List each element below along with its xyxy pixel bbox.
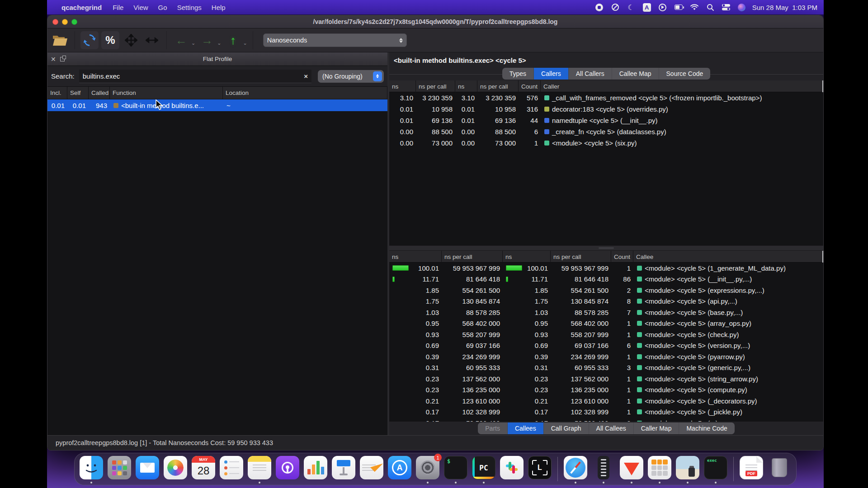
dock-item-calendar[interactable]: MAY28 (191, 456, 216, 482)
siri-icon[interactable] (738, 3, 746, 11)
table-row[interactable]: 0.0169 1360.0169 13644namedtuple <cycle … (389, 115, 823, 126)
callers-col-header-0[interactable]: ns (389, 80, 416, 93)
battery-charging-icon[interactable] (675, 3, 683, 11)
flat-profile-selected-row[interactable]: 0.01 0.01 943 <built-in method builtins.… (47, 99, 387, 111)
callees-col-header-0[interactable]: ns (389, 251, 442, 263)
event-type-select[interactable]: Nanoseconds (263, 33, 407, 47)
dock-item-exec-terminal[interactable]: exec (703, 456, 728, 482)
tab-machine-code[interactable]: Machine Code (679, 422, 734, 434)
wifi-icon[interactable] (690, 3, 698, 11)
menu-settings[interactable]: Settings (177, 4, 202, 11)
forward-button[interactable]: → (198, 31, 216, 49)
dock-item-finder[interactable] (79, 456, 104, 482)
col-header-4[interactable]: Location (223, 87, 387, 99)
dock-item-slack[interactable] (500, 456, 524, 482)
dock-item-preview-photo[interactable] (675, 456, 700, 482)
window-titlebar[interactable]: /var/folders/7s/ky4s2c2d27j7x8tsg1045qdw… (47, 15, 823, 28)
control-center-icon[interactable] (722, 3, 730, 11)
back-history-chevron-icon[interactable]: ⌄ (191, 40, 195, 46)
dock-item-terminal[interactable]: $ (443, 456, 468, 482)
up-history-chevron-icon[interactable]: ⌄ (243, 40, 247, 46)
move-tool-button[interactable] (122, 31, 140, 49)
col-header-2[interactable]: Called (89, 87, 110, 99)
dock-item-podcasts[interactable] (275, 456, 300, 482)
tab-callees[interactable]: Callees (508, 422, 544, 434)
callees-col-header-4[interactable]: Count (611, 251, 633, 263)
dock-item-pages[interactable] (359, 456, 384, 482)
dock-item-photos[interactable] (163, 456, 188, 482)
menu-file[interactable]: File (113, 4, 123, 11)
callees-col-header-2[interactable]: ns (503, 251, 551, 263)
tab-caller-map[interactable]: Caller Map (634, 422, 679, 434)
table-row[interactable]: 0.3160 955 3330.3160 955 3333<module> <c… (389, 362, 823, 374)
dock-item-audio-levels[interactable] (591, 456, 616, 482)
search-input[interactable]: builtins.exec × (79, 70, 311, 83)
callers-col-header-3[interactable]: ns per call (477, 80, 519, 93)
grouping-select[interactable]: (No Grouping) (318, 70, 384, 83)
menubar-clock[interactable]: Sun 28 May 1:03 PM (752, 4, 817, 11)
dock-item-brave[interactable] (619, 456, 644, 482)
table-row[interactable]: 0.95568 402 0000.95568 402 0001<module> … (389, 318, 823, 329)
table-row[interactable]: 11.7181 646 41811.7181 646 41886<module>… (389, 274, 823, 285)
table-row[interactable]: 0.0110 9580.0110 958316decorator:183 <cy… (389, 103, 823, 115)
panel-close-icon[interactable]: ✕ (51, 56, 56, 62)
callers-col-header-2[interactable]: ns (455, 80, 477, 93)
table-row[interactable]: 0.6969 037 1660.6969 037 1666<module> <c… (389, 340, 823, 352)
reload-button[interactable] (80, 31, 99, 49)
tab-types[interactable]: Types (502, 68, 534, 80)
dock-item-safari[interactable] (563, 456, 588, 482)
col-header-1[interactable]: Self (67, 87, 89, 99)
dock-item-app-store[interactable]: A (387, 456, 412, 482)
relative-percent-button[interactable]: % (101, 31, 119, 49)
open-file-button[interactable] (51, 31, 69, 49)
dock-item-notes[interactable] (247, 456, 272, 482)
up-button[interactable]: ↑ (224, 31, 242, 49)
table-row[interactable]: 0.0088 5000.0088 5006_create_fn <cycle 5… (389, 126, 823, 137)
table-splitter-horizontal[interactable] (389, 245, 823, 251)
tab-all-callees[interactable]: All Callees (589, 422, 634, 434)
input-source-a-icon[interactable]: A (643, 3, 651, 11)
dock-item-mail[interactable] (135, 456, 160, 482)
table-row[interactable]: 1.75130 845 8741.75130 845 8748<module> … (389, 296, 823, 307)
table-row[interactable]: 3.103 230 3593.103 230 359576_call_with_… (389, 92, 823, 103)
table-row[interactable]: 0.0073 0000.0073 0001<module> <cycle 5> … (389, 137, 823, 149)
col-header-3[interactable]: Function (110, 87, 223, 99)
dock-item-pycharm[interactable]: PC (472, 456, 496, 482)
col-header-0[interactable]: Incl. (47, 87, 67, 99)
dark-mode-moon-icon[interactable]: ☾ (627, 3, 635, 11)
table-row[interactable]: 0.23137 562 0000.23137 562 0001<module> … (389, 373, 823, 385)
resize-tool-button[interactable] (143, 31, 161, 49)
table-row[interactable]: 0.39234 269 9990.39234 269 9991<module> … (389, 351, 823, 362)
dock-item-keynote[interactable] (331, 456, 356, 482)
table-row[interactable]: 1.0388 578 2851.0388 578 2857<module> <c… (389, 307, 823, 318)
tab-callers[interactable]: Callers (534, 68, 569, 80)
tab-source-code[interactable]: Source Code (659, 68, 711, 80)
spotlight-search-icon[interactable] (706, 3, 714, 11)
menu-go[interactable]: Go (158, 4, 167, 11)
tab-all-callers[interactable]: All Callers (569, 68, 612, 80)
screen-record-stop-icon[interactable] (595, 3, 604, 11)
dock-item-screen-capture[interactable]: L (528, 456, 552, 482)
callers-col-header-4[interactable]: Count (519, 80, 541, 93)
dock-item-system-settings[interactable]: 1 (415, 456, 440, 482)
dock-item-trash[interactable] (767, 456, 792, 482)
tab-call-graph[interactable]: Call Graph (544, 422, 589, 434)
tab-callee-map[interactable]: Callee Map (612, 68, 659, 80)
callees-col-header-1[interactable]: ns per call (442, 251, 503, 263)
table-row[interactable]: 100.0159 953 967 999100.0159 953 967 999… (389, 263, 823, 274)
table-row[interactable]: 0.21123 610 0000.21123 610 0001<module> … (389, 395, 823, 407)
callers-col-header-1[interactable]: ns per call (416, 80, 455, 93)
callees-col-header-3[interactable]: ns per call (551, 251, 611, 263)
tab-parts[interactable]: Parts (478, 422, 508, 434)
table-row[interactable]: 0.23136 235 0000.23136 235 0001<module> … (389, 385, 823, 396)
table-row[interactable]: 0.93558 207 9990.93558 207 9991<module> … (389, 329, 823, 340)
forward-history-chevron-icon[interactable]: ⌄ (217, 40, 221, 46)
table-row[interactable]: 0.1758 583 4990.1758 583 4992<module> <c… (389, 418, 823, 422)
search-clear-icon[interactable]: × (304, 72, 308, 80)
dock-item-pdf-document[interactable]: PDF (739, 456, 764, 482)
do-not-disturb-icon[interactable] (611, 3, 619, 11)
dock-item-calculator[interactable] (647, 456, 672, 482)
play-circle-icon[interactable] (659, 3, 667, 11)
menu-view[interactable]: View (133, 4, 148, 11)
callees-col-header-5[interactable]: Callee (633, 251, 823, 263)
